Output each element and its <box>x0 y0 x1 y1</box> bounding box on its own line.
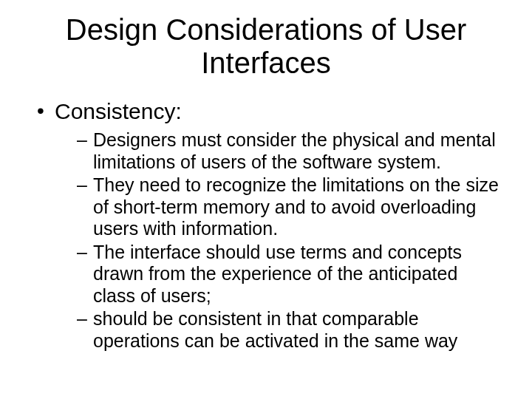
sub-bullet-item: The interface should use terms and conce… <box>77 242 502 307</box>
bullet-main-label: Consistency: <box>55 99 182 123</box>
sub-bullet-list: Designers must consider the physical and… <box>55 129 502 352</box>
sub-bullet-item: They need to recognize the limitations o… <box>77 174 502 240</box>
slide-title: Design Considerations of User Interfaces <box>30 13 502 80</box>
bullet-list: Consistency: Designers must consider the… <box>30 98 502 352</box>
sub-bullet-item: should be consistent in that comparable … <box>77 308 502 352</box>
bullet-main: Consistency: Designers must consider the… <box>34 98 502 352</box>
slide: Design Considerations of User Interfaces… <box>0 0 532 399</box>
sub-bullet-item: Designers must consider the physical and… <box>77 129 502 173</box>
